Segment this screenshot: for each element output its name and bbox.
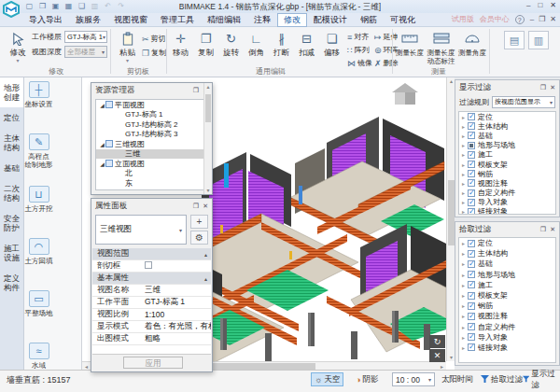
filter-item[interactable]: ▸ 链接对象 [459, 207, 555, 215]
sidebar-category-tab[interactable]: 安全 防护 [0, 208, 23, 238]
expand-icon[interactable]: ▸ [462, 282, 465, 288]
filter-item[interactable]: ▸ 主体结构 [459, 121, 555, 131]
add-button[interactable]: + [190, 215, 208, 229]
ribbon-tab[interactable]: 修改 [277, 13, 307, 27]
filter-checkbox[interactable] [468, 240, 475, 247]
edit-tool-button[interactable]: ⊟ 扣减 [294, 30, 319, 57]
property-row[interactable]: 视图比例 1:100 ▴ [92, 309, 211, 321]
property-row[interactable]: 视图名称 三维 ▴ [92, 285, 211, 297]
quick-access-icon[interactable]: ❏ [77, 1, 87, 11]
expand-icon[interactable]: ▸ [462, 151, 465, 158]
expand-icon[interactable]: ▸ [462, 171, 465, 177]
sidebar-tool-button[interactable]: ✎ 高程点 绘制地形 [24, 133, 53, 186]
orbit-button[interactable]: ↻ [429, 335, 445, 348]
filter-item[interactable]: ▸ 导入对象 [459, 198, 555, 207]
expand-icon[interactable]: ▸ [462, 133, 465, 139]
ribbon-tab[interactable]: 视图视窗 [107, 13, 154, 27]
expand-icon[interactable]: ▸ [462, 114, 465, 120]
pick-filter-button[interactable]: 拾取过滤 [478, 372, 525, 386]
edit-tool-button[interactable]: ❏ 偏移 [319, 30, 344, 57]
ribbon-tab[interactable]: 注释 [247, 13, 277, 27]
filter-item[interactable]: ▸ 自定义构件 [459, 322, 555, 332]
maximize-button[interactable]: □ [538, 1, 542, 9]
edit-small-button[interactable]: ∷ 阵列 [347, 44, 372, 56]
property-row[interactable]: 视图范围 ▴ [92, 248, 211, 260]
filter-item[interactable]: ▸ 定位 [459, 238, 555, 248]
close-icon[interactable]: ✕ [550, 84, 555, 91]
view-tree-item[interactable]: ◢ GTJ-结构标高 3 [96, 130, 207, 140]
filter-checkbox[interactable] [468, 199, 475, 206]
quick-access-icon[interactable]: ▣ [50, 1, 61, 11]
sidebar-category-tab[interactable]: 主体 结构 [0, 128, 23, 158]
filter-rule-select[interactable]: 按视图范围显示 ▾ [492, 96, 555, 108]
doc-restore-button[interactable]: ❐ [539, 15, 545, 23]
tree-scrollbar[interactable]: ▴ ▾ [203, 83, 212, 194]
filter-item[interactable]: ▸ 钢筋 [459, 301, 555, 311]
filter-item[interactable]: ▸ 地形与场地 [459, 270, 555, 280]
close-button[interactable]: ✕ [550, 1, 556, 9]
quick-access-icon[interactable]: ▢ [24, 1, 35, 11]
scroll-up-icon[interactable]: ▴ [204, 83, 212, 91]
filter-item[interactable]: ▸ 视图注释 [459, 178, 555, 188]
sidebar-tool-button[interactable]: ┼ 坐标设置 [24, 81, 53, 133]
sidebar-category-tab[interactable]: 施工 设施 [0, 238, 23, 268]
filter-checkbox[interactable] [468, 302, 475, 310]
help-icon[interactable]: ? [515, 15, 525, 24]
sidebar-category-tab[interactable]: 基础 [0, 158, 23, 178]
ribbon-tab[interactable]: 配模设计 [307, 13, 354, 27]
edit-tool-button[interactable]: ∟ 倒角 [244, 30, 269, 57]
float-icon[interactable]: ❐ [193, 87, 199, 94]
expand-icon[interactable]: ▸ [462, 260, 465, 267]
expand-icon[interactable]: ◢ [99, 161, 105, 167]
paste-button[interactable]: 粘贴 ▾ [115, 30, 140, 63]
edit-tool-button[interactable]: ∦ 打断 [269, 30, 294, 57]
filter-item[interactable]: ▸ 模板支架 [459, 290, 555, 301]
expand-icon[interactable]: ▸ [462, 313, 465, 319]
cut-button[interactable]: ✂ 剪切 [142, 33, 166, 45]
measure-length-button[interactable]: 测量长度 [395, 30, 425, 57]
expand-icon[interactable]: ▸ [462, 334, 465, 341]
edit-small-button[interactable]: ✗ 删除 [374, 57, 399, 69]
filter-checkbox[interactable] [468, 179, 475, 187]
filter-checkbox[interactable] [468, 323, 475, 330]
filter-item[interactable]: ▸ 主体结构 [459, 248, 555, 259]
view-tree-item[interactable]: ◢ 三维 [96, 149, 207, 160]
ribbon-extra-button-1[interactable]: ▤ [504, 31, 525, 49]
expand-icon[interactable]: ▸ [462, 161, 465, 168]
view-tree-item[interactable]: ◢ 平面视图 [96, 100, 207, 110]
filter-checkbox[interactable] [468, 151, 475, 159]
scroll-down-icon[interactable]: ▾ [204, 187, 212, 194]
filter-checkbox[interactable] [468, 250, 475, 258]
filter-checkbox[interactable] [468, 333, 475, 341]
collapse-icon[interactable]: ▴ [204, 251, 207, 258]
expand-icon[interactable]: ◢ [99, 102, 105, 108]
view-tree-item[interactable]: ◢ 立面视图 [96, 159, 207, 169]
sidebar-category-tab[interactable]: 定义 构件 [0, 268, 23, 298]
ribbon-tab[interactable]: 族服务 [69, 13, 107, 27]
ribbon-tab[interactable]: 管理工具 [154, 13, 201, 27]
filter-checkbox[interactable] [468, 281, 475, 288]
filter-item[interactable]: ▸ 钢筋 [459, 169, 555, 178]
minimize-button[interactable]: – [526, 1, 530, 9]
property-row[interactable]: 剖切框 ▴ [92, 260, 211, 273]
filter-item[interactable]: ▸ 基础 [459, 259, 555, 269]
filter-checkbox[interactable] [468, 189, 475, 197]
expand-icon[interactable]: ▸ [462, 199, 465, 205]
property-row[interactable]: 工作平面 GTJ-标高 1 ▴ [92, 297, 211, 309]
expand-icon[interactable]: ▸ [462, 324, 465, 330]
close-icon[interactable]: ✕ [550, 226, 555, 233]
filter-checkbox[interactable] [468, 343, 475, 351]
quick-access-icon[interactable]: ▥ [90, 1, 100, 11]
ribbon-tab[interactable]: 钢筋 [354, 13, 384, 27]
filter-item[interactable]: ▸ 自定义构件 [459, 189, 555, 198]
filter-checkbox[interactable] [468, 313, 475, 320]
expand-icon[interactable]: ▸ [462, 272, 465, 278]
close-nav-button[interactable]: ✕ [429, 349, 445, 362]
sidebar-category-tab[interactable]: 定位 [0, 107, 23, 128]
expand-icon[interactable]: ◢ [99, 141, 105, 147]
filter-item[interactable]: ▸ 模板支架 [459, 160, 555, 169]
filter-checkbox[interactable] [468, 292, 475, 300]
filter-checkbox[interactable] [468, 122, 475, 130]
property-row[interactable]: 显示模式 着色：有光照，有材质 ▴ [92, 321, 211, 333]
view-tree-item[interactable]: ◢ 东 [96, 178, 207, 189]
